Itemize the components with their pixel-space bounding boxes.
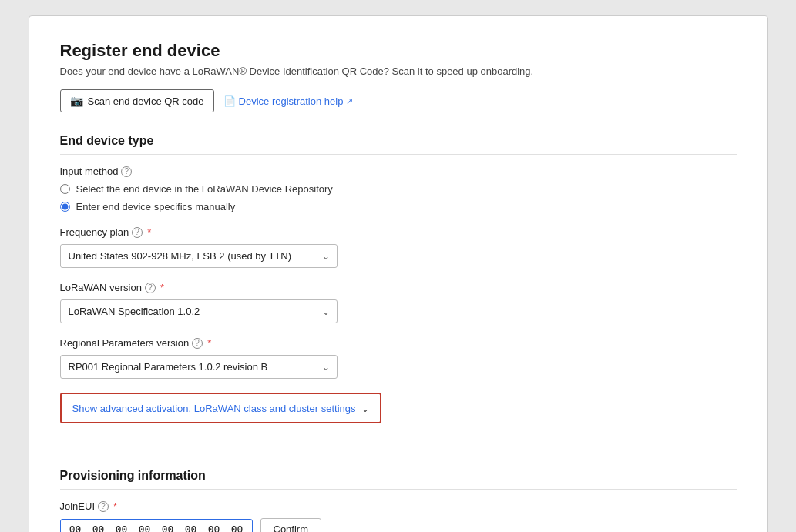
eui-seg-7: 00 [229,524,246,532]
provisioning-section: Provisioning information JoinEUI ? * 00 … [60,469,737,532]
provisioning-title: Provisioning information [60,469,737,490]
radio-option-repo[interactable]: Select the end device in the LoRaWAN Dev… [60,183,737,195]
radio-repo[interactable] [60,184,70,194]
frequency-plan-required: * [147,226,151,238]
regional-params-required: * [207,337,211,349]
advanced-settings-link[interactable]: Show advanced activation, LoRaWAN class … [72,403,370,414]
lorawan-version-select[interactable]: LoRaWAN Specification 1.0.2 [60,299,338,323]
eui-seg-5: 00 [183,524,200,532]
eui-seg-6: 00 [206,524,223,532]
lorawan-version-help-icon[interactable]: ? [145,283,156,293]
eui-seg-0: 00 [67,524,84,532]
help-link-label: Device registration help [239,95,344,107]
lorawan-version-wrapper: LoRaWAN Specification 1.0.2 ⌄ [60,299,338,323]
frequency-plan-wrapper: United States 902-928 MHz, FSB 2 (used b… [60,244,338,268]
scan-qr-button[interactable]: Scan end device QR code [60,89,214,112]
radio-manual[interactable] [60,202,70,212]
regional-params-label: Regional Parameters version ? * [60,337,737,349]
radio-manual-label: Enter end device specifics manually [76,201,236,212]
join-eui-row: 00 00 00 00 00 00 00 00 Confirm [60,518,737,532]
doc-icon [223,95,236,107]
regional-params-help-icon[interactable]: ? [192,338,203,349]
camera-icon [70,95,83,107]
regional-params-wrapper: RP001 Regional Parameters 1.0.2 revision… [60,355,338,379]
advanced-chevron-icon: ⌄ [361,403,369,414]
join-eui-input-box[interactable]: 00 00 00 00 00 00 00 00 [60,519,253,532]
lorawan-version-label: LoRaWAN version ? * [60,282,737,293]
frequency-plan-help-icon[interactable]: ? [132,227,143,238]
input-method-radio-group: Select the end device in the LoRaWAN Dev… [60,183,737,212]
scan-button-label: Scan end device QR code [88,95,204,107]
frequency-plan-select[interactable]: United States 902-928 MHz, FSB 2 (used b… [60,244,338,268]
join-eui-required: * [113,500,117,512]
section-divider [60,450,737,450]
join-eui-label: JoinEUI ? * [60,500,737,512]
radio-option-manual[interactable]: Enter end device specifics manually [60,201,737,212]
regional-params-select[interactable]: RP001 Regional Parameters 1.0.2 revision… [60,355,338,379]
device-registration-help-link[interactable]: Device registration help [223,95,354,107]
end-device-type-section: End device type Input method ? Select th… [60,134,737,442]
end-device-type-title: End device type [60,134,737,155]
page-subtitle: Does your end device have a LoRaWAN® Dev… [60,65,737,77]
radio-repo-label: Select the end device in the LoRaWAN Dev… [76,183,333,195]
page-title: Register end device [60,41,737,61]
input-method-help-icon[interactable]: ? [121,166,132,177]
main-window: Register end device Does your end device… [29,15,768,532]
eui-seg-1: 00 [90,524,107,532]
input-method-label: Input method ? [60,166,737,177]
top-actions: Scan end device QR code Device registrat… [60,89,737,112]
frequency-plan-label: Frequency plan ? * [60,226,737,238]
eui-seg-3: 00 [136,524,153,532]
confirm-button[interactable]: Confirm [260,518,322,532]
lorawan-version-required: * [160,282,164,293]
advanced-settings-box: Show advanced activation, LoRaWAN class … [60,393,382,423]
eui-seg-4: 00 [160,524,176,532]
eui-seg-2: 00 [113,524,130,532]
join-eui-help-icon[interactable]: ? [98,501,109,512]
